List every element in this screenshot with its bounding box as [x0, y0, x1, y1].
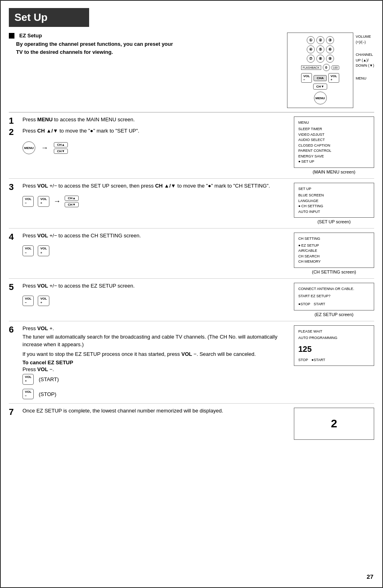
btn-vol-plus-6[interactable]: VOL+ — [22, 374, 34, 385]
steps-1-2-text: 1 Press MENU to access the MAIN MENU scr… — [9, 116, 289, 154]
menu-item-setup: SET UP — [298, 159, 370, 165]
btn-cha-diagram[interactable]: CH▲ — [54, 142, 68, 147]
step-6-content: 6 Press VOL +. The tuner will automatica… — [9, 325, 289, 400]
setup-screen-area: SET UP BLUE SCREEN LANGUAGE CH SETTING A… — [294, 183, 374, 224]
step-7-content: 7 Once EZ SETUP is complete, the lowest … — [9, 408, 289, 417]
menu-item-audio: AUDIO SELECT — [298, 137, 370, 143]
btn-3[interactable]: ③ — [326, 36, 334, 44]
step-1-text: Press MENU to access the MAIN MENU scree… — [22, 116, 135, 122]
btn-2[interactable]: ② — [316, 36, 324, 44]
btn-cha[interactable]: CHA — [314, 75, 327, 81]
step-2-text: Press CH ▲/▼ to move the "●" mark to "SE… — [22, 128, 139, 134]
vol-label: VOLUME — [356, 34, 374, 40]
btn-100[interactable]: 100 — [332, 65, 340, 70]
btn-vol-plus-5[interactable]: VOL+ — [38, 296, 49, 306]
ch-setting-screen-area: CH SETTING EZ SETUP AIR/CABLE CH SEARCH … — [294, 233, 374, 274]
btn-vol-plus-3[interactable]: VOL+ — [38, 196, 49, 207]
step-6-section: 6 Press VOL +. The tuner will automatica… — [9, 325, 374, 404]
btn-1[interactable]: ① — [307, 36, 315, 44]
pw-stop-item: STOP — [298, 358, 308, 362]
setup-item-blue: BLUE SCREEN — [298, 193, 370, 198]
title-text: Set Up — [14, 11, 47, 23]
ez-start-item: START — [314, 302, 325, 306]
step-5-section: 5 Press VOL +/− to access the EZ SETUP s… — [9, 283, 374, 321]
ch-setting-item-air: AIR/CABLE — [298, 248, 370, 254]
btn-vol-plus-4[interactable]: VOL+ — [38, 245, 49, 256]
title-bar: Set Up — [9, 8, 89, 27]
menu-item-sleep: SLEEP TIMER — [298, 127, 370, 132]
btn-vol-remote-plus[interactable]: VOL+ — [328, 73, 339, 83]
btn-0[interactable]: 0 — [323, 64, 330, 71]
btn-vol-remote-minus[interactable]: VOL− — [301, 73, 312, 83]
display-box-number: 2 — [331, 417, 337, 430]
please-wait-screen-box: PLEASE WAIT AUTO PROGRAMMING 125 STOP ●S… — [294, 325, 374, 366]
btn-flashback[interactable]: FLASHBACK — [301, 65, 321, 70]
menu-item-video: VIDEO ADJUST — [298, 132, 370, 138]
step-6-diagrams: VOL+ (START) VOL− (STOP) — [22, 374, 289, 400]
ez-setup-caption: (EZ SETUP screen) — [294, 312, 374, 317]
step-3: 3 Press VOL +/− to access the SET UP scr… — [9, 183, 289, 192]
pw-line1: PLEASE WAIT — [298, 329, 370, 334]
btn-6[interactable]: ⑥ — [326, 45, 334, 53]
btn-chv-3[interactable]: CH▼ — [65, 202, 79, 207]
arrow-icon-3: → — [53, 197, 61, 206]
remote-row-2: ④ ⑤ ⑥ — [291, 45, 349, 53]
btn-cha-3[interactable]: CH▲ — [65, 196, 79, 201]
step-4-num: 4 — [9, 232, 22, 242]
step-6-text-area: Press VOL +. The tuner will automaticall… — [22, 325, 289, 372]
btn-8[interactable]: ⑧ — [316, 55, 324, 63]
remote-row-special: FLASHBACK 0 100 — [291, 64, 349, 71]
main-menu-caption: (MAIN MENU screen) — [294, 169, 374, 174]
btn-vol-minus-4[interactable]: VOL− — [22, 245, 34, 256]
page: { "title": "Set Up", "intro": { "section… — [0, 0, 383, 588]
btn-chv-diagram[interactable]: CH▼ — [54, 149, 68, 154]
remote-row-nav: VOL− CHA VOL+ — [291, 73, 349, 83]
please-wait-screen-area: PLEASE WAIT AUTO PROGRAMMING 125 STOP ●S… — [294, 325, 374, 366]
step-6-line1: Press VOL +. — [22, 325, 289, 331]
ch-setting-item-memory: CH MEMORY — [298, 259, 370, 265]
step-6-line2: The tuner will automatically search for … — [22, 333, 289, 349]
step-4-section: 4 Press VOL +/− to access the CH SETTING… — [9, 233, 374, 278]
step-1-num: 1 — [9, 116, 22, 126]
btn-chv[interactable]: CH▼ — [313, 84, 327, 90]
intro-text: EZ Setup By operating the channel preset… — [9, 33, 281, 56]
ch-setting-item-ez: EZ SETUP — [298, 243, 370, 249]
btn-4[interactable]: ④ — [307, 45, 315, 53]
btn-9[interactable]: ⑨ — [326, 55, 334, 63]
btn-vol-minus-3[interactable]: VOL− — [22, 196, 34, 207]
step-2: 2 Press CH ▲/▼ to move the "●" mark to "… — [9, 128, 289, 137]
start-label: (START) — [39, 376, 59, 382]
pw-number: 125 — [298, 343, 370, 355]
menu-item-parent: PARENT CONTROL — [298, 148, 370, 154]
btn-5[interactable]: ⑤ — [316, 45, 324, 53]
btn-menu-remote[interactable]: MENU — [314, 92, 327, 104]
menu-item-closed: CLOSED CAPTION — [298, 143, 370, 149]
pw-line2: AUTO PROGRAMMING — [298, 335, 370, 341]
ch-btns-3: CH▲ CH▼ — [65, 196, 79, 207]
btn-7[interactable]: ⑦ — [307, 55, 315, 63]
ch-setting-caption: (CH SETTING screen) — [294, 270, 374, 274]
down-label: DOWN (▼) — [356, 63, 374, 69]
ez-setup-screen-box: CONNECT ANTENNA OR CABLE. START EZ SETUP… — [294, 283, 374, 310]
btn-vol-minus-6[interactable]: VOL− — [22, 389, 34, 400]
step-5-content: 5 Press VOL +/− to access the EZ SETUP s… — [9, 283, 289, 306]
steps-1-2-diagram: MENU → CH▲ CH▼ — [22, 141, 289, 154]
page-number: 27 — [367, 573, 373, 580]
menu-btn-diagram[interactable]: MENU — [22, 141, 35, 154]
btn-vol-minus-5[interactable]: VOL− — [22, 296, 34, 306]
step-6-cancel-text: Press VOL −. — [22, 366, 289, 372]
setup-item-auto: AUTO INPUT — [298, 209, 370, 215]
step-5-text: Press VOL +/− to access the EZ SETUP scr… — [22, 283, 134, 289]
step-2-num: 2 — [9, 127, 22, 137]
ch-setting-item-search: CH SEARCH — [298, 254, 370, 259]
ch-btns-diagram: CH▲ CH▼ — [54, 142, 68, 154]
ez-stop-item: ●STOP — [298, 302, 310, 306]
section-title: EZ Setup — [19, 33, 42, 39]
step-1: 1 Press MENU to access the MAIN MENU scr… — [9, 116, 289, 126]
ch-setting-screen-box: CH SETTING EZ SETUP AIR/CABLE CH SEARCH … — [294, 233, 374, 267]
remote-diagram-area: ① ② ③ ④ ⑤ ⑥ ⑦ ⑧ ⑨ FLASHBACK 0 — [287, 33, 374, 108]
step-3-text: Press VOL +/− to access the SET UP scree… — [22, 183, 270, 189]
step-5-num: 5 — [9, 282, 22, 292]
setup-item-ch: CH SETTING — [298, 204, 370, 209]
remote-row-1: ① ② ③ — [291, 36, 349, 44]
